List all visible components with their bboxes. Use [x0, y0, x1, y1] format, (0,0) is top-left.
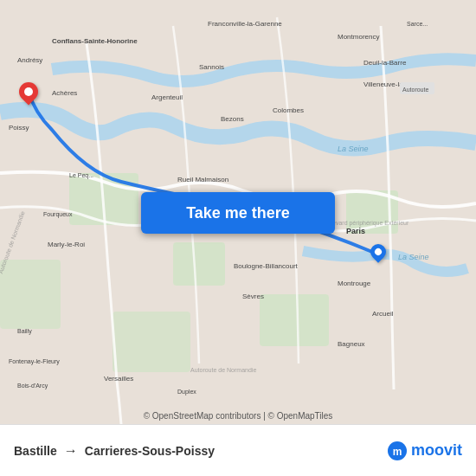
svg-text:Duplex: Duplex — [177, 389, 196, 396]
svg-text:Sèvres: Sèvres — [242, 293, 264, 300]
footer-bar: Bastille → Carrieres-Sous-Poissy m moovi… — [0, 424, 476, 476]
svg-text:Andrésy: Andrésy — [17, 56, 42, 64]
svg-text:Autoroute: Autoroute — [402, 87, 428, 93]
destination-label: Carrieres-Sous-Poissy — [85, 444, 215, 458]
svg-text:Montrouge: Montrouge — [338, 280, 371, 287]
svg-text:Bagneux: Bagneux — [338, 340, 365, 348]
svg-rect-7 — [113, 312, 190, 372]
svg-rect-3 — [173, 242, 225, 286]
origin-label: Bastille — [14, 444, 57, 458]
map-attribution: © OpenStreetMap contributors | © OpenMap… — [0, 411, 476, 421]
route-arrow-icon: → — [64, 443, 78, 459]
svg-rect-6 — [0, 260, 61, 329]
svg-text:m: m — [393, 446, 402, 458]
svg-text:Fourqueux: Fourqueux — [43, 211, 73, 218]
moovit-brand-text: moovit — [411, 441, 462, 460]
svg-text:Boulogne-Billancourt: Boulogne-Billancourt — [234, 262, 299, 270]
svg-text:Rueil Malmaison: Rueil Malmaison — [177, 176, 228, 183]
svg-text:La Seine: La Seine — [338, 145, 369, 153]
svg-rect-4 — [260, 294, 329, 346]
svg-text:Montmorency: Montmorency — [338, 33, 379, 41]
svg-text:Arcueil: Arcueil — [372, 310, 394, 318]
svg-text:Bailly: Bailly — [17, 328, 32, 335]
svg-text:La Seine: La Seine — [398, 253, 429, 261]
svg-text:Argenteuil: Argenteuil — [151, 93, 183, 101]
svg-text:Versailles: Versailles — [104, 375, 133, 383]
svg-text:Bois-d'Arcy: Bois-d'Arcy — [17, 383, 48, 389]
svg-text:Bezons: Bezons — [221, 115, 244, 123]
svg-text:Fontenay-le-Fleury: Fontenay-le-Fleury — [9, 358, 60, 365]
route-info: Bastille → Carrieres-Sous-Poissy — [14, 443, 215, 459]
svg-text:Le Peq...: Le Peq... — [69, 172, 93, 179]
svg-text:Conflans-Sainte-Honorine: Conflans-Sainte-Honorine — [52, 37, 138, 45]
svg-text:Paris: Paris — [346, 227, 365, 235]
svg-text:Marly-le-Roi: Marly-le-Roi — [48, 241, 85, 248]
moovit-icon: m — [387, 441, 408, 461]
map-container: La Seine La Seine Autoroute de Normandie… — [0, 0, 476, 424]
svg-text:Sannois: Sannois — [199, 63, 224, 71]
svg-text:Autoroute de Normandie: Autoroute de Normandie — [190, 367, 256, 373]
svg-text:Achères: Achères — [52, 89, 77, 97]
take-me-there-button[interactable]: Take me there — [141, 192, 335, 234]
svg-text:Colombes: Colombes — [273, 106, 304, 114]
moovit-logo: m moovit — [387, 441, 462, 461]
svg-text:Deuil-la-Barre: Deuil-la-Barre — [363, 59, 407, 67]
svg-text:Poissy: Poissy — [9, 124, 29, 132]
svg-text:Franconville-la-Garenne: Franconville-la-Garenne — [208, 20, 282, 28]
svg-text:Sarce...: Sarce... — [407, 21, 428, 27]
